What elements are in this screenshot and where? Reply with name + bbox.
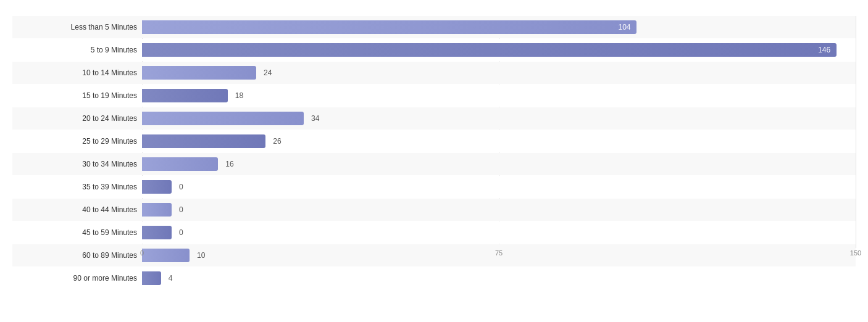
bar-label: 45 to 59 Minutes: [12, 228, 142, 237]
bar-label: 5 to 9 Minutes: [12, 46, 142, 54]
bar-track: 4: [142, 267, 856, 289]
bar-value: 18: [235, 91, 243, 100]
bar-track: 104: [142, 16, 856, 38]
x-axis-label: 75: [495, 249, 503, 257]
bar-value: 146: [818, 46, 830, 54]
bar-row: 35 to 39 Minutes0: [12, 176, 856, 198]
bar-label: 20 to 24 Minutes: [12, 114, 142, 123]
bar-fill: [142, 112, 304, 125]
bar-track: 34: [142, 107, 856, 130]
chart-area: Less than 5 Minutes1045 to 9 Minutes1461…: [12, 16, 856, 265]
bars-section: Less than 5 Minutes1045 to 9 Minutes1461…: [12, 16, 856, 248]
bar-value: 26: [273, 137, 281, 146]
bar-fill: [142, 180, 172, 194]
bar-fill: [142, 66, 256, 80]
bar-row: 10 to 14 Minutes24: [12, 62, 856, 84]
bar-label: Less than 5 Minutes: [12, 23, 142, 31]
bar-fill: 104: [142, 20, 636, 34]
bar-row: Less than 5 Minutes104: [12, 16, 856, 38]
bar-label: 25 to 29 Minutes: [12, 137, 142, 146]
bar-label: 90 or more Minutes: [12, 274, 142, 283]
bar-fill: [142, 134, 265, 148]
bar-label: 40 to 44 Minutes: [12, 205, 142, 214]
bar-fill: [142, 226, 172, 239]
bar-track: 0: [142, 199, 856, 221]
bar-row: 15 to 19 Minutes18: [12, 85, 856, 107]
bar-value: 16: [225, 160, 233, 168]
bar-value: 0: [179, 228, 183, 237]
bar-row: 25 to 29 Minutes26: [12, 130, 856, 152]
bar-row: 45 to 59 Minutes0: [12, 221, 856, 244]
bar-label: 10 to 14 Minutes: [12, 68, 142, 77]
grid-line: [856, 16, 856, 248]
x-axis-container: 075150: [12, 249, 856, 264]
bar-value: 104: [618, 23, 630, 31]
bar-fill: [142, 203, 172, 217]
bar-row: 40 to 44 Minutes0: [12, 199, 856, 221]
bar-fill: [142, 157, 218, 171]
x-axis-label: 150: [850, 249, 861, 257]
x-axis-label: 0: [140, 249, 144, 257]
bar-value: 24: [264, 68, 272, 77]
bar-fill: 146: [142, 43, 837, 57]
bars-container: Less than 5 Minutes1045 to 9 Minutes1461…: [12, 16, 856, 289]
bar-row: 90 or more Minutes4: [12, 267, 856, 289]
bar-track: 0: [142, 221, 856, 244]
bar-value: 0: [179, 183, 183, 191]
bar-label: 15 to 19 Minutes: [12, 91, 142, 100]
bar-label: 35 to 39 Minutes: [12, 183, 142, 191]
bar-fill: [142, 89, 228, 102]
bar-row: 20 to 24 Minutes34: [12, 107, 856, 130]
bar-track: 16: [142, 153, 856, 175]
chart-container: Less than 5 Minutes1045 to 9 Minutes1461…: [0, 0, 868, 322]
bar-track: 0: [142, 176, 856, 198]
bar-row: 30 to 34 Minutes16: [12, 153, 856, 175]
bar-fill: [142, 271, 161, 285]
bar-track: 26: [142, 130, 856, 152]
bar-track: 18: [142, 85, 856, 107]
bar-value: 0: [179, 205, 183, 214]
bar-value: 4: [169, 274, 173, 283]
bar-track: 146: [142, 39, 856, 61]
bar-track: 24: [142, 62, 856, 84]
bar-label: 30 to 34 Minutes: [12, 160, 142, 168]
bar-value: 34: [311, 114, 319, 123]
bar-row: 5 to 9 Minutes146: [12, 39, 856, 61]
